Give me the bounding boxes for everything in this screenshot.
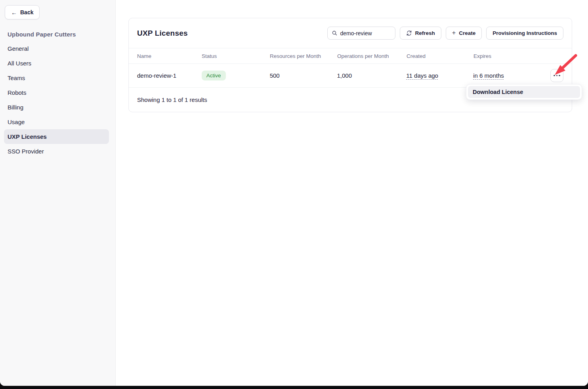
search-box[interactable] bbox=[327, 27, 395, 40]
card-header: UXP Licenses bbox=[129, 18, 572, 48]
back-button[interactable]: ← Back bbox=[5, 5, 40, 19]
refresh-label: Refresh bbox=[415, 30, 435, 36]
cell-created: 11 days ago bbox=[406, 72, 473, 79]
status-badge: Active bbox=[202, 71, 226, 80]
sidebar-item-general[interactable]: General bbox=[0, 41, 109, 56]
search-icon bbox=[332, 30, 337, 36]
plus-icon: + bbox=[452, 30, 456, 36]
column-header-name: Name bbox=[137, 53, 202, 59]
menu-item-download-license[interactable]: Download License bbox=[468, 86, 580, 98]
cell-operations: 1,000 bbox=[337, 72, 407, 79]
column-header-operations: Operations per Month bbox=[337, 53, 407, 59]
ellipsis-icon bbox=[554, 75, 560, 77]
provisioning-instructions-button[interactable]: Provisioning Instructions bbox=[486, 27, 563, 40]
column-header-status: Status bbox=[202, 53, 270, 59]
row-actions-button[interactable] bbox=[550, 69, 563, 82]
cell-expires: in 6 months bbox=[473, 72, 550, 79]
results-count-text: Showing 1 to 1 of 1 results bbox=[137, 96, 207, 103]
create-label: Create bbox=[459, 30, 475, 36]
toolbar: Refresh + Create Provisioning Instructio… bbox=[327, 27, 563, 40]
cell-status: Active bbox=[202, 71, 270, 80]
search-input[interactable] bbox=[340, 30, 390, 36]
main-content: UXP Licenses bbox=[116, 0, 588, 386]
provisioning-label: Provisioning Instructions bbox=[493, 30, 557, 36]
sidebar-item-billing[interactable]: Billing bbox=[0, 100, 109, 115]
expires-relative-time: in 6 months bbox=[473, 72, 504, 79]
app-window: ← Back Upbound Paper Cutters General All… bbox=[0, 0, 588, 386]
sidebar-item-teams[interactable]: Teams bbox=[0, 71, 109, 85]
sidebar-item-all-users[interactable]: All Users bbox=[0, 56, 109, 71]
sidebar-item-usage[interactable]: Usage bbox=[0, 115, 109, 129]
refresh-button[interactable]: Refresh bbox=[400, 27, 441, 40]
column-header-created: Created bbox=[407, 53, 473, 59]
create-button[interactable]: + Create bbox=[446, 27, 482, 40]
page-title: UXP Licenses bbox=[137, 29, 188, 38]
table-header: Name Status Resources per Month Operatio… bbox=[129, 48, 572, 64]
sidebar-item-sso-provider[interactable]: SSO Provider bbox=[0, 144, 109, 159]
cell-name: demo-review-1 bbox=[137, 72, 202, 79]
sidebar-item-uxp-licenses[interactable]: UXP Licenses bbox=[4, 129, 109, 144]
sidebar-nav: General All Users Teams Robots Billing U… bbox=[0, 41, 115, 159]
refresh-icon bbox=[406, 30, 412, 36]
cell-resources: 500 bbox=[270, 72, 337, 79]
column-header-expires: Expires bbox=[473, 53, 551, 59]
column-header-resources: Resources per Month bbox=[270, 53, 337, 59]
cell-actions bbox=[550, 69, 563, 82]
org-title: Upbound Paper Cutters bbox=[8, 31, 115, 38]
back-arrow-icon: ← bbox=[11, 10, 17, 15]
sidebar-item-robots[interactable]: Robots bbox=[0, 85, 109, 100]
settings-sidebar: ← Back Upbound Paper Cutters General All… bbox=[0, 0, 116, 386]
back-button-label: Back bbox=[20, 9, 33, 15]
created-relative-time: 11 days ago bbox=[406, 72, 438, 79]
row-actions-menu: Download License bbox=[466, 84, 582, 100]
